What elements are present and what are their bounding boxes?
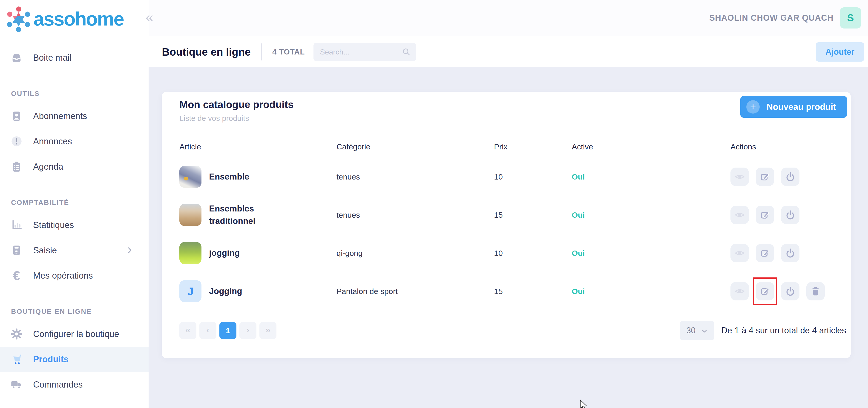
article-cell: J Jogging: [179, 280, 337, 302]
product-thumbnail: [179, 242, 202, 264]
avatar[interactable]: S: [840, 7, 861, 29]
product-active-status: Oui: [572, 172, 731, 181]
delete-button[interactable]: [806, 282, 825, 300]
sidebar-item-label: Configurer la boutique: [33, 329, 119, 339]
view-button[interactable]: [731, 244, 749, 262]
product-price: 15: [494, 287, 572, 296]
product-category: tenues: [337, 172, 494, 181]
page-toolbar: Boutique en ligne 4 TOTAL Ajouter: [149, 37, 868, 67]
sidebar-item-agenda[interactable]: Agenda: [0, 154, 149, 179]
sidebar-item-boite-mail[interactable]: Boite mail: [0, 45, 149, 70]
column-article: Article: [179, 142, 337, 151]
user-name: SHAOLIN CHOW GAR QUACH: [709, 13, 834, 23]
pagination: « ‹ 1 › » 30 De 1 à 4 sur un total de 4 …: [179, 321, 847, 340]
row-actions: [731, 282, 847, 300]
inbox-icon: [10, 51, 23, 64]
people-flower-logo-icon: [5, 4, 33, 32]
product-active-status: Oui: [572, 249, 731, 258]
article-cell: jogging: [179, 242, 337, 264]
truck-icon: [10, 378, 23, 391]
main-content: Mon catalogue produits Liste de vos prod…: [149, 67, 868, 408]
search-icon: [402, 47, 411, 57]
search-input[interactable]: [313, 48, 416, 56]
view-button[interactable]: [731, 282, 749, 300]
page-size-select[interactable]: 30: [680, 321, 714, 340]
clipboard-icon: [10, 160, 23, 173]
sidebar: assohome Boite mail OUTILS Abonnements: [0, 0, 149, 408]
sidebar-item-annonces[interactable]: Annonces: [0, 129, 149, 154]
pagination-next-button[interactable]: ›: [240, 322, 256, 339]
sidebar-item-abonnements[interactable]: Abonnements: [0, 103, 149, 129]
calculator-icon: [10, 244, 23, 257]
pagination-first-button[interactable]: «: [179, 322, 196, 339]
pagination-page-1-button[interactable]: 1: [219, 322, 237, 339]
chevron-right-icon: [125, 246, 134, 255]
view-button[interactable]: [731, 168, 749, 186]
toggle-button[interactable]: [781, 244, 800, 262]
pagination-last-button[interactable]: »: [259, 322, 276, 339]
product-name: jogging: [209, 247, 240, 259]
product-thumbnail: [179, 166, 202, 188]
sidebar-section-boutique: BOUTIQUE EN LIGNE: [0, 308, 149, 315]
catalog-card: Mon catalogue produits Liste de vos prod…: [162, 92, 851, 358]
sidebar-item-produits[interactable]: Produits: [0, 347, 149, 372]
sidebar-item-label: Statitiques: [33, 220, 74, 230]
sidebar-item-mes-operations[interactable]: € Mes opérations: [0, 263, 149, 288]
product-category: qi-gong: [337, 249, 494, 258]
edit-button[interactable]: [756, 282, 774, 300]
brand-name: assohome: [34, 8, 124, 30]
divider: [261, 43, 262, 61]
edit-button[interactable]: [756, 168, 774, 186]
table-row: Ensemble tenues 10 Oui: [179, 158, 847, 196]
new-product-button[interactable]: + Nouveau produit: [740, 96, 847, 118]
chevron-right-icon: ›: [246, 325, 249, 335]
toggle-button[interactable]: [781, 282, 800, 300]
sidebar-collapse-button[interactable]: «: [140, 7, 159, 27]
chevrons-left-icon: «: [185, 325, 190, 335]
toggle-button[interactable]: [781, 206, 800, 224]
column-categorie: Catégorie: [337, 142, 494, 151]
sidebar-item-configurer-boutique[interactable]: Configurer la boutique: [0, 321, 149, 347]
add-button[interactable]: Ajouter: [816, 42, 864, 62]
sidebar-item-label: Produits: [33, 354, 68, 364]
plus-icon: +: [746, 100, 760, 113]
column-active: Active: [572, 142, 731, 151]
sidebar-item-saisie[interactable]: Saisie: [0, 238, 149, 263]
bar-chart-icon: [10, 218, 23, 232]
topbar: « SHAOLIN CHOW GAR QUACH S: [149, 0, 868, 36]
product-price: 10: [494, 172, 572, 181]
user-block[interactable]: SHAOLIN CHOW GAR QUACH S: [709, 7, 868, 29]
edit-button[interactable]: [756, 206, 774, 224]
edit-button[interactable]: [756, 244, 774, 262]
row-actions: [731, 206, 847, 224]
sidebar-item-statitiques[interactable]: Statitiques: [0, 212, 149, 238]
table-body: Ensemble tenues 10 Oui Ensembles t: [179, 158, 847, 310]
chevron-left-icon: ‹: [206, 325, 209, 335]
product-price: 15: [494, 210, 572, 219]
cart-icon: [10, 353, 23, 366]
toggle-button[interactable]: [781, 168, 800, 186]
sidebar-item-label: Saisie: [33, 245, 57, 256]
app-screen: assohome Boite mail OUTILS Abonnements: [0, 0, 868, 408]
sidebar-item-label: Mes opérations: [33, 271, 93, 281]
euro-icon: €: [10, 269, 23, 282]
table-header: Article Catégorie Prix Active Actions: [179, 140, 847, 153]
brand-logo[interactable]: assohome: [0, 0, 149, 36]
product-name: Jogging: [209, 285, 242, 298]
chevrons-right-icon: »: [266, 325, 271, 335]
sidebar-item-commandes[interactable]: Commandes: [0, 372, 149, 397]
product-thumbnail-initial: J: [179, 280, 202, 302]
view-button[interactable]: [731, 206, 749, 224]
pagination-summary: De 1 à 4 sur un total de 4 articles: [721, 326, 846, 335]
sidebar-nav: Boite mail OUTILS Abonnements Annonces: [0, 36, 149, 397]
sidebar-section-outils: OUTILS: [0, 90, 149, 98]
product-price: 10: [494, 249, 572, 258]
product-thumbnail: [179, 204, 202, 226]
pagination-prev-button[interactable]: ‹: [199, 322, 216, 339]
sidebar-item-label: Annonces: [33, 137, 72, 146]
product-name: Ensembles traditionnel: [209, 203, 267, 227]
id-card-icon: [10, 110, 23, 123]
column-actions: Actions: [731, 142, 847, 151]
alert-circle-icon: [10, 135, 23, 148]
article-cell: Ensembles traditionnel: [179, 203, 337, 227]
